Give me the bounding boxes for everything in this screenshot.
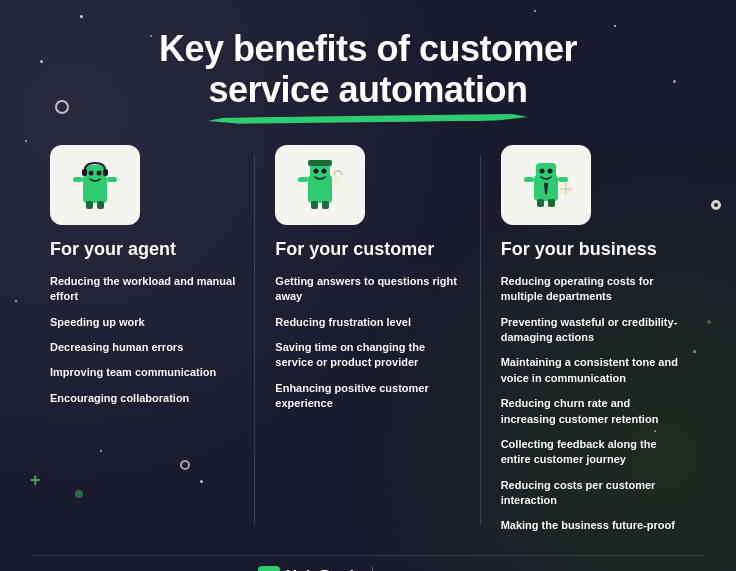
- customer-benefit-1: Getting answers to questions right away: [275, 274, 460, 305]
- customer-benefit-4: Enhancing positive customer experience: [275, 381, 460, 412]
- svg-point-22: [547, 168, 552, 173]
- svg-rect-15: [298, 177, 308, 182]
- customer-icon-box: [275, 145, 365, 225]
- svg-point-3: [97, 170, 102, 175]
- svg-rect-30: [548, 199, 555, 207]
- title-underline: [208, 112, 529, 126]
- svg-rect-4: [82, 169, 87, 176]
- business-column: For your business Reducing operating cos…: [481, 145, 706, 555]
- business-benefit-7: Making the business future-proof: [501, 518, 686, 533]
- svg-rect-17: [311, 201, 318, 209]
- agent-benefit-4: Improving team communication: [50, 365, 235, 380]
- business-illustration: [516, 155, 576, 215]
- business-benefit-6: Reducing costs per customer interaction: [501, 478, 686, 509]
- agent-benefit-2: Speeding up work: [50, 315, 235, 330]
- business-benefit-4: Reducing churn rate and increasing custo…: [501, 396, 686, 427]
- svg-point-13: [322, 168, 327, 173]
- footer-divider: [372, 567, 373, 571]
- svg-rect-9: [97, 201, 104, 209]
- agent-illustration: [65, 155, 125, 215]
- svg-rect-24: [524, 177, 534, 182]
- agent-column-title: For your agent: [50, 239, 235, 260]
- customer-column-title: For your customer: [275, 239, 460, 260]
- helpdesk-logo: HelpDesk: [258, 566, 359, 571]
- page-footer: HelpDesk Learning Space: [30, 555, 706, 571]
- content-grid: For your agent Reducing the workload and…: [0, 135, 736, 555]
- business-benefit-3: Maintaining a consistent tone and voice …: [501, 355, 686, 386]
- business-icon-box: [501, 145, 591, 225]
- agent-benefit-1: Reducing the workload and manual effort: [50, 274, 235, 305]
- business-benefit-5: Collecting feedback along the entire cus…: [501, 437, 686, 468]
- agent-icon-box: [50, 145, 140, 225]
- customer-benefit-3: Saving time on changing the service or p…: [275, 340, 460, 371]
- customer-illustration: [290, 155, 350, 215]
- svg-point-12: [314, 168, 319, 173]
- svg-rect-8: [86, 201, 93, 209]
- svg-point-21: [539, 168, 544, 173]
- svg-rect-29: [537, 199, 544, 207]
- helpdesk-logo-icon: [258, 566, 280, 571]
- agent-column: For your agent Reducing the workload and…: [30, 145, 255, 555]
- business-column-title: For your business: [501, 239, 686, 260]
- svg-rect-18: [322, 201, 329, 209]
- svg-rect-25: [558, 177, 568, 182]
- svg-rect-7: [107, 177, 117, 182]
- svg-rect-5: [103, 169, 108, 176]
- customer-benefit-2: Reducing frustration level: [275, 315, 460, 330]
- svg-rect-14: [308, 160, 332, 166]
- agent-benefit-3: Decreasing human errors: [50, 340, 235, 355]
- business-benefit-1: Reducing operating costs for multiple de…: [501, 274, 686, 305]
- svg-rect-6: [73, 177, 83, 182]
- page-header: Key benefits of customer service automat…: [0, 0, 736, 135]
- svg-rect-16: [332, 175, 342, 187]
- main-title: Key benefits of customer service automat…: [40, 28, 696, 111]
- agent-benefit-5: Encouraging collaboration: [50, 391, 235, 406]
- business-benefit-2: Preventing wasteful or credibility-damag…: [501, 315, 686, 346]
- svg-point-2: [89, 170, 94, 175]
- customer-column: For your customer Getting answers to que…: [255, 145, 480, 555]
